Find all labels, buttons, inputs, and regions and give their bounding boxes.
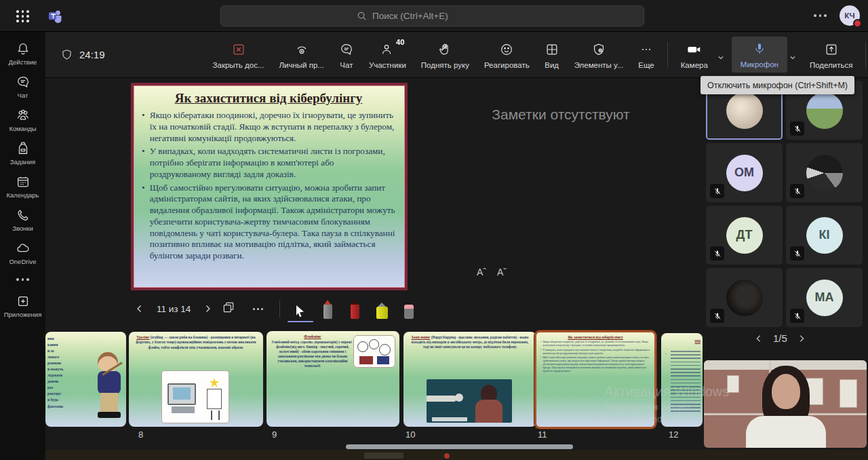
- presentation-stage: Як захиститися від кібербулінгу •Якщо кі…: [45, 78, 868, 450]
- thumbnail-slide-9[interactable]: Флеймінг Улюблений метод «тролів» (прово…: [267, 331, 399, 427]
- laser-pointer-tool[interactable]: [316, 299, 339, 319]
- mic-off-icon: [790, 246, 804, 261]
- thumbnail-10-title: Хепіслепінг: [412, 335, 431, 339]
- notes-font-size-controls: Aˆ Aˇ: [477, 267, 507, 277]
- stop-presenting-icon: [231, 41, 246, 58]
- thumbnail-slide-11-selected[interactable]: Як захиститися від кібербулінгу •Якщо кі…: [534, 330, 656, 429]
- current-slide[interactable]: Як захиститися від кібербулінгу •Якщо кі…: [131, 83, 408, 290]
- grid-overview-icon[interactable]: [222, 301, 235, 317]
- search-input[interactable]: [372, 11, 508, 21]
- red-pen-tool[interactable]: [343, 299, 366, 319]
- sidebar-item-chat[interactable]: Чат: [1, 75, 45, 99]
- sidebar-item-teams[interactable]: Команды: [1, 108, 45, 132]
- slide-title: Як захиститися від кібербулінгу: [142, 91, 395, 106]
- font-decrease-button[interactable]: Aˇ: [497, 267, 507, 277]
- meeting-apps-button[interactable]: Элементы у...: [567, 41, 631, 69]
- toolbar-divider: [865, 42, 866, 68]
- participant-tile[interactable]: МА: [786, 268, 863, 327]
- raise-hand-button[interactable]: Поднять руку: [414, 41, 477, 69]
- meeting-timer: 24:19: [79, 49, 105, 60]
- thumbnail-12-title-fragment: Ші: [694, 339, 701, 343]
- previous-slide-button[interactable]: [134, 303, 146, 315]
- participants-count: 40: [396, 38, 404, 46]
- mic-off-icon: [790, 121, 804, 136]
- thumbnail-slide-12[interactable]: Ші •: [661, 333, 703, 427]
- font-increase-button[interactable]: Aˆ: [477, 267, 486, 277]
- meeting-chat-button[interactable]: Чат: [332, 41, 361, 69]
- selected-tool-indicator: [288, 321, 313, 323]
- participant-tile[interactable]: ДТ: [706, 206, 783, 265]
- slide-bullet: •Якщо кібератаки поодинокі, доречно їх і…: [142, 110, 395, 144]
- thumbnail-slide-7[interactable]: ння кання и за льного рожною и можуть лі…: [45, 332, 126, 427]
- react-smiley-icon: [499, 41, 514, 58]
- highlighter-tool[interactable]: [370, 299, 393, 319]
- mic-off-icon: [710, 184, 724, 198]
- view-grid-icon: [545, 41, 559, 58]
- share-icon: [824, 41, 839, 58]
- sidebar-item-activity[interactable]: Действие: [1, 41, 45, 66]
- participant-tile[interactable]: КІ: [786, 206, 863, 265]
- filmstrip-scrollbar[interactable]: [346, 444, 573, 449]
- next-slide-button[interactable]: [201, 303, 214, 315]
- search-icon: [357, 11, 367, 21]
- meeting-apps-shield-icon: [591, 41, 606, 58]
- people-icon: [16, 108, 31, 123]
- eraser-tool[interactable]: [397, 299, 420, 319]
- chat-icon: [16, 75, 31, 90]
- thumbnail-number-8: 8: [138, 429, 143, 440]
- app-launcher-waffle-icon[interactable]: [16, 10, 30, 22]
- sidebar-item-apps[interactable]: Приложения: [1, 294, 45, 318]
- thumbnail-slide-8[interactable]: Тролінг (trolling — ловля риби на блешню…: [129, 332, 263, 427]
- thumbnail-8-image: [161, 370, 229, 423]
- participants-button[interactable]: 40 Участники: [361, 41, 414, 69]
- stop-presenting-button[interactable]: Закрыть дос...: [205, 41, 272, 69]
- rail-more-icon[interactable]: [16, 278, 29, 281]
- participant-tile[interactable]: [706, 268, 783, 327]
- more-options-icon[interactable]: [814, 14, 827, 17]
- apps-plus-icon: [16, 294, 31, 309]
- pagination-label: 1/5: [773, 332, 787, 344]
- camera-button[interactable]: Камера: [673, 41, 715, 69]
- presenter-webcam-tile[interactable]: [704, 360, 867, 448]
- slide-nav-more-icon[interactable]: [253, 308, 263, 310]
- teams-logo: [47, 8, 64, 24]
- calendar-icon: [16, 174, 31, 189]
- sidebar-item-calls[interactable]: Звонки: [1, 208, 45, 232]
- pagination-next-icon[interactable]: [797, 334, 806, 343]
- thumbnail-9-image: [353, 335, 395, 368]
- notes-empty-message: Заметки отсутствуют: [425, 107, 696, 123]
- thumbnail-11-title: Як захиститися від кібербулінгу: [540, 335, 650, 339]
- react-button[interactable]: Реагировать: [477, 41, 537, 69]
- chat-bubble-icon: [339, 41, 354, 58]
- sidebar-item-onedrive[interactable]: OneDrive: [1, 241, 45, 265]
- thumbnail-12-blurred-text: [671, 351, 701, 413]
- participant-photo-avatar: [806, 155, 843, 191]
- thumbnail-7-text: ння кання и за льного рожною и можуть лі…: [47, 336, 64, 410]
- private-view-button[interactable]: Личный пр...: [271, 41, 331, 69]
- camera-options-chevron-icon[interactable]: [717, 54, 725, 62]
- slide-nav-divider: [279, 300, 280, 318]
- sidebar-item-assignments[interactable]: Задания: [1, 141, 45, 166]
- slide-bullet: •У випадках, коли надходять систематичні…: [142, 146, 395, 180]
- pointer-cursor-tool[interactable]: [289, 299, 312, 319]
- participant-tile[interactable]: [786, 143, 863, 202]
- microphone-button[interactable]: Микрофон: [732, 37, 787, 73]
- private-view-icon: [294, 41, 309, 58]
- search-bar[interactable]: [220, 5, 644, 26]
- thumbnail-10-image: [427, 379, 512, 423]
- slide-bullets: •Якщо кібератаки поодинокі, доречно їх і…: [142, 110, 395, 262]
- raise-hand-icon: [437, 41, 452, 58]
- participant-tile[interactable]: ОМ: [706, 143, 783, 202]
- thumbnail-slide-10[interactable]: Хепіслепінг (HappySlapping - щасливе ляс…: [403, 332, 536, 427]
- view-button[interactable]: Вид: [537, 41, 567, 69]
- sidebar-item-calendar[interactable]: Календарь: [1, 174, 45, 199]
- participant-photo-avatar: [726, 92, 763, 129]
- mic-icon: [752, 40, 767, 58]
- share-button[interactable]: Поделиться: [802, 41, 861, 69]
- meeting-timer-group: 24:19: [60, 48, 105, 61]
- user-avatar[interactable]: КЧ: [840, 5, 860, 26]
- participant-initials-avatar: КІ: [806, 217, 843, 254]
- more-actions-button[interactable]: Еще: [631, 41, 661, 69]
- pagination-prev-icon[interactable]: [754, 334, 764, 343]
- mic-options-chevron-icon[interactable]: [789, 54, 797, 62]
